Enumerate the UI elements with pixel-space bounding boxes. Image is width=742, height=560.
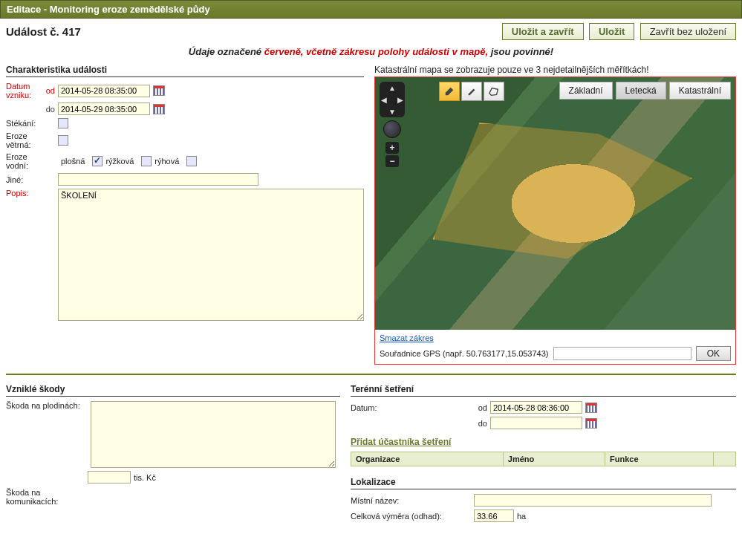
ryhova-label: rýhová bbox=[154, 157, 179, 166]
survey-do-input[interactable] bbox=[490, 417, 582, 429]
survey-od-label: od bbox=[474, 403, 490, 412]
mistni-nazev-label: Místní název: bbox=[351, 496, 474, 505]
comm-damage-label: Škoda na komunikacích: bbox=[6, 488, 88, 506]
jine-input[interactable] bbox=[58, 173, 258, 186]
survey-do-label: do bbox=[474, 419, 490, 428]
characteristics-heading: Charakteristika události bbox=[6, 65, 364, 77]
draw-tool-polygon[interactable] bbox=[484, 82, 504, 101]
th-actions bbox=[714, 452, 736, 466]
save-and-close-button[interactable]: Uložit a zavřít bbox=[502, 23, 584, 40]
save-button[interactable]: Uložit bbox=[589, 23, 634, 40]
stekani-label: Stékání: bbox=[6, 119, 42, 128]
globe-icon[interactable] bbox=[383, 120, 401, 138]
draw-tool-pointer[interactable] bbox=[439, 82, 460, 101]
crops-damage-amount-input[interactable] bbox=[88, 471, 131, 484]
plosna-label: plošná bbox=[61, 157, 85, 166]
survey-heading: Terénní šetření bbox=[351, 384, 736, 397]
survey-datum-label: Datum: bbox=[351, 403, 474, 412]
stekani-checkbox[interactable] bbox=[58, 118, 68, 128]
do-label: do bbox=[42, 105, 58, 114]
delete-drawing-link[interactable]: Smazat zákres bbox=[380, 333, 434, 342]
map-frame: ▲ ◀▶ ▼ + − bbox=[374, 76, 736, 365]
crops-damage-textarea[interactable] bbox=[91, 401, 336, 468]
section-divider bbox=[6, 374, 736, 375]
participants-table: Organizace Jméno Funkce bbox=[351, 452, 736, 466]
th-jmeno: Jméno bbox=[503, 452, 605, 466]
damages-heading: Vzniklé škody bbox=[6, 384, 340, 397]
ryhova-checkbox[interactable] bbox=[186, 156, 197, 166]
crops-damage-label: Škoda na plodinách: bbox=[6, 401, 88, 410]
popis-textarea[interactable]: ŠKOLENÍ bbox=[58, 189, 364, 321]
datum-vzniku-label: Datum vzniku: bbox=[6, 82, 42, 100]
th-organizace: Organizace bbox=[351, 452, 504, 466]
draw-tool-edit[interactable] bbox=[461, 82, 482, 101]
add-participant-link[interactable]: Přidat účastníka šetření bbox=[351, 437, 451, 447]
celkova-vymera-label: Celková výměra (odhad): bbox=[351, 512, 474, 521]
localization-heading: Lokalizace bbox=[351, 477, 736, 489]
zoom-in-button[interactable]: + bbox=[385, 142, 399, 154]
gps-input[interactable] bbox=[553, 347, 691, 360]
tis-kc-label: tis. Kč bbox=[134, 473, 156, 482]
calendar-icon[interactable] bbox=[585, 418, 597, 429]
eroze-vodni-label: Eroze vodní: bbox=[6, 152, 42, 170]
th-funkce: Funkce bbox=[605, 452, 714, 466]
mistni-nazev-input[interactable] bbox=[474, 494, 712, 507]
title-bar: Editace - Monitoring eroze zemědělské pů… bbox=[0, 0, 742, 19]
drawn-polygon[interactable] bbox=[433, 123, 692, 261]
datum-do-input[interactable] bbox=[58, 102, 150, 115]
map-canvas[interactable]: ▲ ◀▶ ▼ + − bbox=[375, 77, 735, 330]
od-label: od bbox=[42, 86, 58, 95]
event-title: Událost č. 417 bbox=[6, 25, 81, 38]
ryzkova-checkbox[interactable] bbox=[141, 156, 152, 166]
pan-control[interactable]: ▲ ◀▶ ▼ bbox=[380, 82, 405, 117]
gps-label: Souřadnice GPS (např. 50.763177,15.05374… bbox=[380, 349, 549, 358]
close-without-save-button[interactable]: Zavřít bez uložení bbox=[640, 23, 736, 40]
celkova-vymera-input[interactable] bbox=[474, 509, 514, 522]
calendar-icon[interactable] bbox=[585, 403, 597, 413]
calendar-icon[interactable] bbox=[153, 85, 165, 96]
map-note: Katastrální mapa se zobrazuje pouze ve 3… bbox=[374, 65, 736, 75]
eroze-vetrna-checkbox[interactable] bbox=[58, 135, 68, 146]
gps-ok-button[interactable]: OK bbox=[696, 346, 731, 361]
required-fields-warning: Údaje označené červeně, včetně zákresu p… bbox=[0, 43, 742, 65]
popis-label: Popis: bbox=[6, 189, 42, 198]
layer-aerial-button[interactable]: Letecká bbox=[616, 82, 666, 100]
datum-od-input[interactable] bbox=[58, 85, 150, 97]
ryzkova-label: rýžková bbox=[105, 157, 134, 166]
jine-label: Jiné: bbox=[6, 175, 42, 184]
zoom-out-button[interactable]: − bbox=[385, 155, 399, 167]
ha-label: ha bbox=[517, 512, 526, 521]
calendar-icon[interactable] bbox=[153, 104, 165, 114]
layer-basic-button[interactable]: Základní bbox=[559, 82, 613, 100]
eroze-vetrna-label: Eroze větrná: bbox=[6, 131, 42, 149]
layer-cadastral-button[interactable]: Katastrální bbox=[669, 82, 731, 100]
plosna-checkbox[interactable] bbox=[92, 156, 102, 166]
survey-od-input[interactable] bbox=[490, 401, 582, 414]
